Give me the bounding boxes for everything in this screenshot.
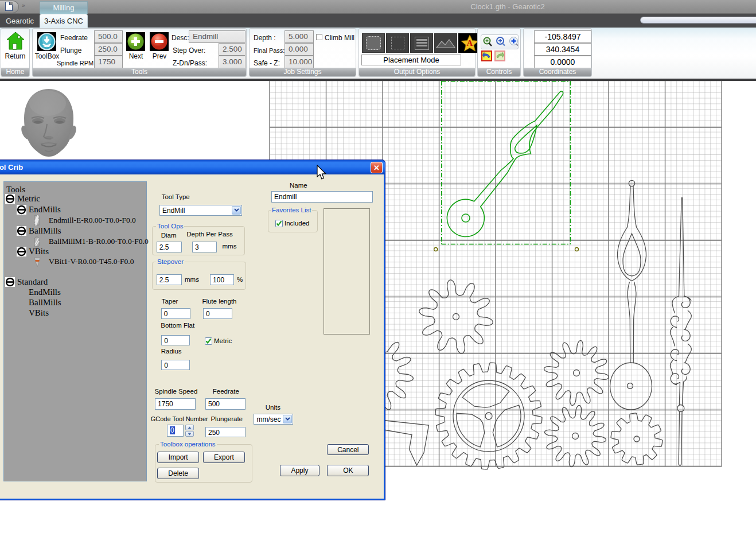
svg-text:A: A (467, 38, 473, 48)
